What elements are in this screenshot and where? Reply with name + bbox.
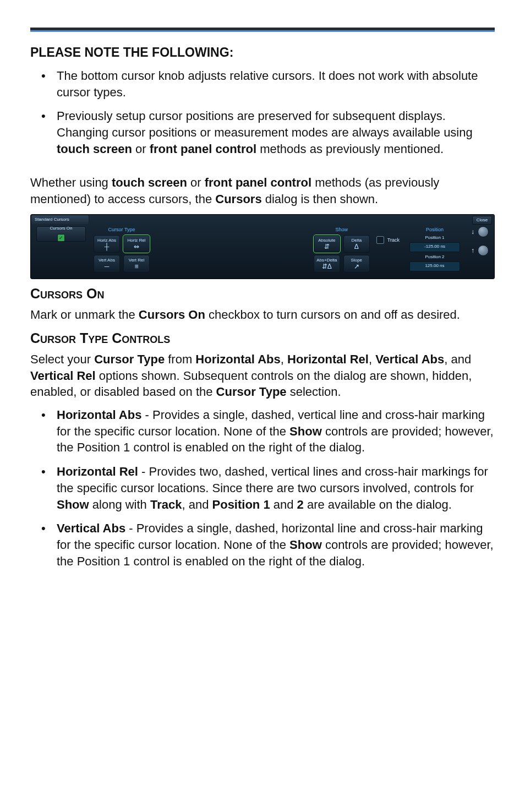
absolute-button[interactable]: Absolute⇵ xyxy=(314,235,340,253)
horiz-abs-button[interactable]: Horiz Abs┼ xyxy=(94,235,120,253)
abs-delta-button[interactable]: Abs+Delta⇵Δ xyxy=(314,255,340,273)
position-1-knob[interactable]: ↓ xyxy=(471,226,489,237)
cursors-dialog-screenshot: Standard Cursors Close Cursors On ✓ Curs… xyxy=(30,214,495,279)
cursor-glyph-icon: ≡ xyxy=(134,263,138,270)
list-item: Horizontal Abs - Provides a single, dash… xyxy=(30,407,495,464)
cursor-type-controls-heading: Cursor Type Controls xyxy=(30,329,495,348)
show-header: Show xyxy=(314,226,370,233)
list-item: Vertical Abs - Provides a single, dashed… xyxy=(30,520,495,577)
list-item: The bottom cursor knob adjusts relative … xyxy=(30,68,495,108)
intro-paragraph: Whether using touch screen or front pane… xyxy=(30,175,495,207)
cursors-on-paragraph: Mark or unmark the Cursors On checkbox t… xyxy=(30,307,495,323)
down-arrow-icon: ↓ xyxy=(471,227,474,236)
show-glyph-icon: ⇵ xyxy=(324,243,330,250)
position-2-knob[interactable]: ↑ xyxy=(471,245,489,256)
cursor-glyph-icon: ─ xyxy=(105,263,110,270)
position-2-label: Position 2 xyxy=(425,254,444,260)
position-2-field[interactable]: 125.00 ns xyxy=(409,261,460,271)
position-1-field[interactable]: -125.00 ns xyxy=(409,242,460,252)
top-rule xyxy=(30,28,495,32)
note-list: The bottom cursor knob adjusts relative … xyxy=(30,68,495,165)
slope-button[interactable]: Slope↗ xyxy=(343,255,370,273)
note-heading: PLEASE NOTE THE FOLLOWING: xyxy=(30,44,495,61)
position-1-label: Position 1 xyxy=(425,235,444,241)
cursors-on-checkbox[interactable]: Cursors On ✓ xyxy=(36,226,86,242)
vert-abs-button[interactable]: Vert Abs─ xyxy=(94,255,120,273)
cursor-type-paragraph: Select your Cursor Type from Horizontal … xyxy=(30,351,495,400)
checkbox-icon xyxy=(376,236,384,244)
cursor-type-list: Horizontal Abs - Provides a single, dash… xyxy=(30,407,495,577)
close-button[interactable]: Close xyxy=(472,216,492,225)
check-icon: ✓ xyxy=(57,234,65,242)
horiz-rel-button[interactable]: Horiz Rel⇔ xyxy=(123,235,150,253)
delta-button[interactable]: DeltaΔ xyxy=(343,235,370,253)
dialog-tab[interactable]: Standard Cursors xyxy=(31,215,89,224)
show-glyph-icon: ⇵Δ xyxy=(322,263,332,270)
cursors-on-heading: Cursors On xyxy=(30,285,495,303)
up-arrow-icon: ↑ xyxy=(471,246,474,255)
cursor-glyph-icon: ⇔ xyxy=(134,243,139,250)
position-header: Position xyxy=(409,226,460,233)
cursor-glyph-icon: ┼ xyxy=(105,243,110,250)
list-item: Horizontal Rel - Provides two, dashed, v… xyxy=(30,464,495,520)
vert-rel-button[interactable]: Vert Rel≡ xyxy=(123,255,150,273)
track-checkbox[interactable]: Track xyxy=(376,236,400,244)
show-glyph-icon: Δ xyxy=(354,243,359,250)
cursor-type-header: Cursor Type xyxy=(94,226,150,233)
list-item: Previously setup cursor positions are pr… xyxy=(30,108,495,165)
show-glyph-icon: ↗ xyxy=(354,263,359,270)
